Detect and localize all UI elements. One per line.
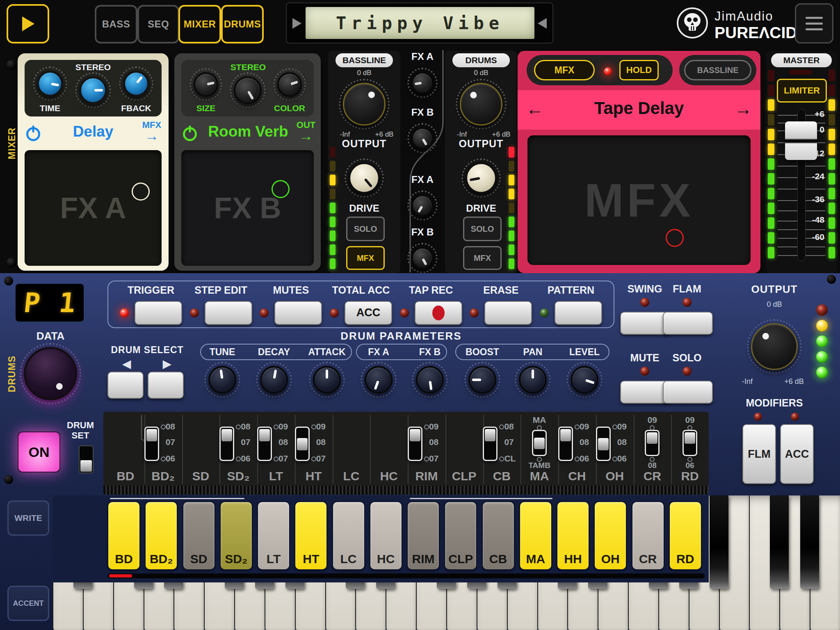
drum-pad-clp[interactable]: CLP — [444, 501, 477, 570]
tab-seq[interactable]: SEQ — [137, 5, 179, 43]
param-knob-fx-b[interactable] — [412, 362, 448, 398]
tab-mixer[interactable]: MIXER — [178, 5, 221, 43]
mfx-bassline-button[interactable]: BASSLINE — [684, 60, 751, 80]
hold-button[interactable]: HOLD — [619, 60, 659, 80]
mfx-prev-arrow[interactable]: ← — [525, 98, 545, 119]
param-knob-attack[interactable] — [309, 362, 345, 398]
pad-group-line-right — [410, 498, 552, 499]
drum-pad-cb[interactable]: CB — [482, 501, 515, 570]
trigger-button[interactable] — [135, 301, 182, 325]
drum-set-switch-ht[interactable] — [295, 427, 310, 461]
bassline-fxb-knob[interactable] — [407, 123, 438, 153]
param-knob-pan[interactable] — [515, 362, 551, 398]
data-knob[interactable] — [20, 343, 81, 404]
flm-button[interactable]: FLM — [742, 424, 776, 484]
drum-set-switch-oh[interactable] — [596, 427, 611, 461]
lcd-next-arrow[interactable] — [538, 18, 547, 29]
drum-set-switch-sd2[interactable] — [219, 427, 234, 461]
delay-stereo-knob[interactable] — [75, 72, 111, 108]
drum-pad-hh[interactable]: HH — [557, 501, 589, 570]
delay-time-knob[interactable] — [33, 66, 67, 101]
delay-power-button[interactable] — [26, 127, 40, 141]
drum-set-switch-ma[interactable] — [532, 430, 547, 456]
on-button[interactable]: ON — [18, 431, 60, 472]
drum-set-switch-bd2[interactable] — [144, 427, 159, 461]
delay-xy-pad[interactable]: FX A — [25, 150, 162, 266]
drum-select-prev-button[interactable] — [107, 372, 144, 399]
play-button[interactable] — [7, 4, 49, 43]
drums-fxb-knob[interactable] — [407, 243, 438, 273]
bassline-output-knob[interactable] — [339, 79, 390, 130]
acc-button[interactable]: ACC — [780, 424, 814, 484]
limiter-button[interactable]: LIMITER — [777, 79, 827, 103]
drum-pad-ht[interactable]: HT — [294, 501, 327, 570]
mutes-button[interactable] — [274, 301, 322, 325]
mfx-xy-pad[interactable]: MFX — [527, 135, 751, 265]
bassline-solo-button[interactable]: SOLO — [346, 217, 385, 241]
accent-button[interactable]: ACCENT — [7, 586, 49, 621]
master-fader-handle[interactable] — [785, 121, 817, 160]
verb-color-knob[interactable] — [273, 68, 306, 101]
drum-pad-oh[interactable]: OH — [594, 501, 627, 570]
bassline-drive-knob[interactable] — [345, 158, 384, 198]
write-button[interactable]: WRITE — [7, 500, 49, 536]
drums-solo-button[interactable]: SOLO — [463, 217, 502, 241]
mfx-next-arrow[interactable]: → — [733, 98, 753, 119]
verb-power-button[interactable] — [183, 127, 197, 141]
switch-value-label: 07 — [316, 454, 338, 463]
param-knob-level[interactable] — [566, 362, 603, 398]
black-key[interactable] — [770, 495, 789, 589]
drum-set-switch-rd[interactable] — [682, 430, 697, 456]
drum-set-switch-ch[interactable] — [558, 427, 573, 461]
tab-drums[interactable]: DRUMS — [221, 5, 264, 43]
drum-set-switch[interactable] — [79, 445, 94, 473]
black-key[interactable] — [800, 495, 819, 589]
pattern-button[interactable] — [555, 301, 602, 325]
drum-pad-bd2[interactable]: BD₂ — [145, 501, 178, 570]
flam-button[interactable] — [663, 312, 713, 335]
drum-pad-lt[interactable]: LT — [257, 501, 290, 570]
verb-xy-pad[interactable]: FX B — [181, 150, 314, 266]
drums-drive-knob[interactable] — [461, 158, 501, 198]
solo-button[interactable] — [663, 381, 713, 404]
drum-pad-lc[interactable]: LC — [332, 501, 365, 570]
main-output-knob[interactable] — [747, 319, 802, 374]
drum-pad-bd[interactable]: BD — [107, 501, 140, 570]
delay-route-arrow-icon[interactable]: → — [143, 128, 161, 144]
mfx-toggle-button[interactable]: MFX — [534, 60, 595, 80]
param-knob-tune[interactable] — [204, 362, 240, 398]
drum-pad-cr[interactable]: CR — [632, 501, 664, 570]
delay-fback-knob[interactable] — [119, 66, 153, 101]
param-knob-boost[interactable] — [464, 362, 500, 398]
erase-button[interactable] — [484, 301, 532, 325]
param-knob-fx-a[interactable] — [361, 362, 397, 398]
drum-set-switch-cr[interactable] — [645, 430, 660, 456]
total-acc-button[interactable]: ACC — [345, 301, 392, 325]
tab-bass[interactable]: BASS — [95, 5, 137, 43]
drums-output-knob[interactable] — [456, 79, 507, 130]
lcd-prev-arrow[interactable] — [292, 18, 301, 29]
drum-pad-rim[interactable]: RIM — [407, 501, 440, 570]
drums-fxa-knob[interactable] — [407, 190, 438, 221]
drums-mfx-button[interactable]: MFX — [463, 246, 502, 270]
param-knob-decay[interactable] — [256, 362, 292, 398]
bassline-mfx-button[interactable]: MFX — [346, 246, 385, 270]
drum-set-switch-rim[interactable] — [408, 427, 422, 461]
step-edit-button[interactable] — [205, 301, 252, 325]
drum-set-switch-lt[interactable] — [257, 427, 272, 461]
drum-pad-ma[interactable]: MA — [519, 501, 552, 570]
black-key[interactable] — [710, 495, 728, 589]
tap-rec-button[interactable] — [415, 301, 462, 325]
drum-pad-hc[interactable]: HC — [370, 501, 402, 570]
verb-route-arrow-icon[interactable]: → — [297, 128, 315, 144]
drum-pad-sd[interactable]: SD — [183, 501, 215, 570]
drum-pad-sd2[interactable]: SD₂ — [220, 501, 253, 570]
drum-select-next-button[interactable] — [148, 372, 184, 399]
menu-button[interactable] — [795, 3, 833, 43]
drum-set-switch-cb[interactable] — [483, 427, 498, 461]
verb-size-knob[interactable] — [189, 68, 222, 101]
drum-pad-rd[interactable]: RD — [669, 501, 702, 570]
verb-stereo-knob[interactable] — [230, 72, 266, 108]
bassline-fxa-knob[interactable] — [407, 68, 438, 98]
drum-parameters-header: DRUM PARAMETERS — [319, 330, 483, 342]
